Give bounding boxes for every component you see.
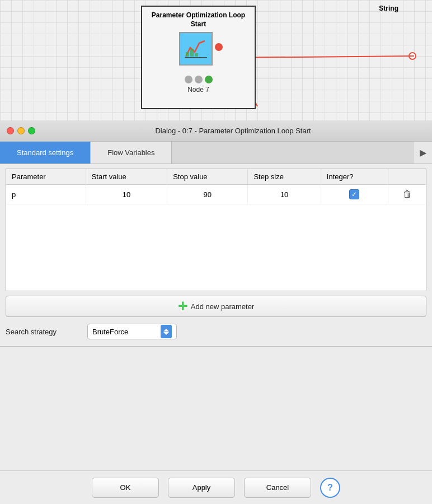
search-strategy-value: BruteForce bbox=[92, 328, 128, 336]
status-dot-2 bbox=[195, 76, 203, 83]
col-start-value: Start value bbox=[86, 169, 167, 185]
node-icon bbox=[179, 32, 213, 66]
help-button[interactable]: ? bbox=[320, 478, 340, 498]
status-dot-3 bbox=[205, 76, 213, 83]
parameter-table-container: Parameter Start value Stop value Step si… bbox=[6, 169, 426, 291]
cell-stop-value: 90 bbox=[167, 185, 248, 204]
node-label: Node 7 bbox=[187, 86, 209, 94]
select-arrows-icon bbox=[161, 325, 172, 338]
add-parameter-button[interactable]: ✛ Add new parameter bbox=[6, 296, 426, 317]
node-box: Parameter Optimization Loop Start bbox=[141, 6, 256, 109]
delete-row-button[interactable]: 🗑 bbox=[402, 188, 412, 200]
tab-flow-variables[interactable]: Flow Variables bbox=[91, 142, 172, 164]
col-stop-value: Stop value bbox=[167, 169, 248, 185]
search-strategy-row: Search strategy BruteForce bbox=[6, 324, 426, 339]
cell-start-value: 10 bbox=[86, 185, 167, 204]
cell-parameter: p bbox=[6, 185, 86, 204]
arrow-down-icon bbox=[163, 332, 169, 335]
dialog-content: Standard settings Flow Variables ▶ Param… bbox=[0, 142, 432, 504]
cell-step-size: 10 bbox=[248, 185, 321, 204]
cell-integer: ✓ bbox=[321, 185, 388, 204]
plus-icon: ✛ bbox=[178, 301, 187, 312]
col-delete bbox=[388, 169, 426, 185]
canvas-area: String Parameter Optimization Loop Start bbox=[0, 0, 432, 120]
title-bar: Dialog - 0:7 - Parameter Optimization Lo… bbox=[0, 120, 432, 142]
parameter-table: Parameter Start value Stop value Step si… bbox=[6, 169, 426, 204]
table-row: p 10 90 10 ✓ 🗑 bbox=[6, 185, 426, 204]
svg-rect-3 bbox=[186, 52, 189, 57]
search-strategy-label: Search strategy bbox=[6, 328, 78, 336]
tab-standard-settings[interactable]: Standard settings bbox=[0, 142, 91, 164]
minimize-button[interactable] bbox=[17, 127, 25, 134]
add-parameter-label: Add new parameter bbox=[191, 302, 254, 311]
close-button[interactable] bbox=[7, 127, 14, 134]
arrow-up-icon bbox=[163, 329, 169, 332]
svg-rect-4 bbox=[190, 49, 194, 57]
chart-icon bbox=[184, 36, 208, 61]
table-header-row: Parameter Start value Stop value Step si… bbox=[6, 169, 426, 185]
col-parameter: Parameter bbox=[6, 169, 86, 185]
ok-button[interactable]: OK bbox=[92, 478, 159, 498]
node-icon-container bbox=[179, 32, 218, 71]
cancel-button[interactable]: Cancel bbox=[244, 478, 311, 498]
search-strategy-select[interactable]: BruteForce bbox=[87, 324, 177, 339]
traffic-lights bbox=[7, 127, 35, 134]
col-step-size: Step size bbox=[248, 169, 321, 185]
top-right-port bbox=[408, 52, 416, 60]
integer-checkbox[interactable]: ✓ bbox=[349, 189, 359, 199]
tab-bar: Standard settings Flow Variables ▶ bbox=[0, 142, 432, 164]
dialog-window: Dialog - 0:7 - Parameter Optimization Lo… bbox=[0, 120, 432, 504]
cell-delete: 🗑 bbox=[388, 185, 426, 204]
node-output-port bbox=[215, 43, 223, 51]
maximize-button[interactable] bbox=[28, 127, 35, 134]
node-title: Parameter Optimization Loop Start bbox=[145, 11, 251, 29]
status-dot-1 bbox=[185, 76, 192, 83]
button-bar: OK Apply Cancel ? bbox=[0, 470, 432, 504]
node-status-dots bbox=[185, 76, 213, 83]
dialog-title: Dialog - 0:7 - Parameter Optimization Lo… bbox=[41, 127, 425, 135]
svg-rect-5 bbox=[195, 53, 198, 57]
tab-more-arrow[interactable]: ▶ bbox=[414, 142, 432, 164]
col-integer: Integer? bbox=[321, 169, 388, 185]
divider bbox=[0, 346, 432, 347]
apply-button[interactable]: Apply bbox=[168, 478, 235, 498]
string-node-label: String bbox=[379, 4, 398, 12]
